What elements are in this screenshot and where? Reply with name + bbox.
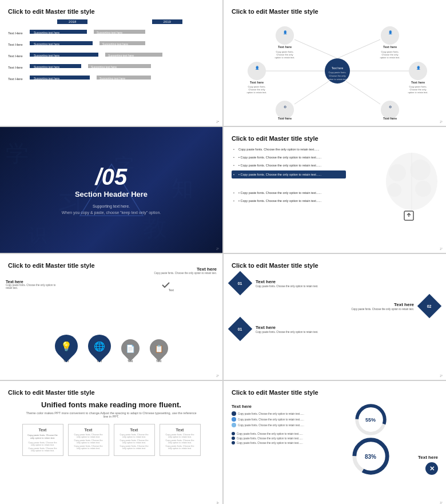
diamond-item-2-content: Text here Copy paste fonts. Choose the o… xyxy=(256,325,318,334)
diamond-item-0-content: Text here Copy paste fonts. Choose the o… xyxy=(256,279,318,288)
slide-4-title: Click to edit Master title style xyxy=(232,135,438,142)
svg-text:Supporting text here: Supporting text here xyxy=(99,77,125,80)
chart-right: Text here ✕ xyxy=(404,404,438,475)
svg-text:Copy paste fonts.: Copy paste fonts. xyxy=(328,71,346,74)
text-box-0: Text Copy paste fonts. Choose the only o… xyxy=(22,424,63,456)
slide-7: Click to edit Master title style Unified… xyxy=(0,381,222,504)
icon-node-2: 🌐 Text xyxy=(88,335,111,363)
svg-text:⚙: ⚙ xyxy=(389,105,392,109)
svg-text:Supporting text here: Supporting text here xyxy=(108,54,134,57)
svg-text:option to retain text.: option to retain text. xyxy=(274,56,294,59)
svg-text:Text Here: Text Here xyxy=(8,31,23,35)
year-2018: 2018 xyxy=(57,19,87,24)
main-text: Unified fonts make reading more fluent. xyxy=(8,400,214,409)
top-right-text: Text here Copy paste fonts. Choose the o… xyxy=(154,267,217,275)
svg-text:Text here: Text here xyxy=(278,117,292,120)
svg-text:Supporting text here: Supporting text here xyxy=(34,42,59,46)
diamond-item-1: Text here Copy paste fonts. Choose the o… xyxy=(232,297,438,315)
svg-text:Text Here: Text Here xyxy=(8,43,23,46)
slide-7-title: Click to edit Master title style xyxy=(8,389,214,396)
slide-1-bars: 2018 2019 Text Here Supporting text here… xyxy=(8,19,214,120)
svg-text:Text here: Text here xyxy=(411,81,425,84)
svg-line-30 xyxy=(294,39,337,58)
icon-node-4: 📋 Text xyxy=(150,339,168,363)
percent-55: 55% xyxy=(365,417,376,423)
slide-8: Click to edit Master title style Text he… xyxy=(224,381,446,504)
svg-text:Supporting text here: Supporting text here xyxy=(34,54,59,57)
slide-2-title: Click to edit Master title style xyxy=(232,8,438,15)
svg-text:option to retain text.: option to retain text. xyxy=(327,78,347,81)
slide-1: Click to edit Master title style 2018 20… xyxy=(0,0,222,126)
svg-text:👤: 👤 xyxy=(283,30,288,35)
hub-diagram: Text here Copy paste fonts. Choose the o… xyxy=(232,19,443,120)
slide-6-title: Click to edit Master title style xyxy=(232,262,438,269)
diamond-item-0: 01 Text here Copy paste fonts. Choose th… xyxy=(232,275,438,292)
slide-grid: Click to edit Master title style 2018 20… xyxy=(0,0,446,504)
text-box-3: Text Copy paste fonts. Choose the only o… xyxy=(160,424,201,456)
text-boxes: Text Copy paste fonts. Choose the only o… xyxy=(8,424,214,456)
chart-content: Text here Copy paste fonts. Choose the o… xyxy=(232,404,438,475)
svg-text:Text here: Text here xyxy=(250,81,264,84)
svg-point-52 xyxy=(409,62,427,80)
svg-text:⚙: ⚙ xyxy=(284,105,286,109)
svg-text:option to retain text.: option to retain text. xyxy=(408,91,428,94)
gantt-chart: Text Here Supporting text here Supportin… xyxy=(8,26,211,118)
diamond-item-1-content: Text here Copy paste fonts. Choose the o… xyxy=(351,302,414,311)
svg-text:👤: 👤 xyxy=(255,66,260,70)
slide-2: Click to edit Master title style Text he… xyxy=(224,0,446,126)
text-box-1: Text Copy paste fonts. Choose the only o… xyxy=(68,424,109,456)
list-item-2: • Copy paste fonts. Choose the only opti… xyxy=(232,162,438,168)
svg-text:Text here: Text here xyxy=(278,45,292,49)
svg-line-58 xyxy=(294,81,329,104)
slide-8-title: Click to edit Master title style xyxy=(232,389,438,396)
section-header: Section Header Here xyxy=(75,190,148,199)
list-item-3-highlighted: • Copy paste fonts. Choose the only opti… xyxy=(232,170,346,178)
percent-83: 83% xyxy=(365,453,376,459)
section-number: /05 xyxy=(95,164,128,190)
svg-text:Supporting text here: Supporting text here xyxy=(91,65,117,69)
icon-node-1: 💡 Text xyxy=(55,335,78,363)
svg-text:Supporting text here: Supporting text here xyxy=(34,65,59,69)
svg-text:option to retain text.: option to retain text. xyxy=(246,91,266,94)
check-label: Text xyxy=(169,288,174,292)
legend-2: Copy paste fonts. Choose the only option… xyxy=(232,423,337,427)
list-item-1: • Copy paste fonts. Choose the only opti… xyxy=(232,154,438,160)
svg-text:Choose the only: Choose the only xyxy=(329,74,346,77)
donut-charts: 55% 83% xyxy=(342,404,399,475)
svg-line-62 xyxy=(346,81,380,104)
svg-text:option to retain text.: option to retain text. xyxy=(380,56,400,59)
svg-line-37 xyxy=(337,39,380,58)
slide-4: Click to edit Master title style Copy pa… xyxy=(224,127,446,253)
svg-text:👤: 👤 xyxy=(416,66,421,70)
svg-text:👤: 👤 xyxy=(388,30,393,35)
additional-list: Copy paste fonts. Choose the only option… xyxy=(232,432,337,445)
slide-6: Click to edit Master title style 01 Text… xyxy=(224,254,446,380)
year-headers: 2018 2019 xyxy=(25,19,214,24)
slide-1-num: 2⁴ xyxy=(216,120,219,124)
slide-1-title: Click to edit Master title style xyxy=(8,8,214,15)
side-text: Text here Copy paste fonts. Choose the o… xyxy=(6,280,57,289)
section-supporting: Supporting text here. xyxy=(93,203,130,209)
slide-3-num: 2⁶ xyxy=(216,247,219,251)
svg-text:Text Here: Text Here xyxy=(8,66,23,69)
svg-text:Text here: Text here xyxy=(383,117,397,120)
slide-2-num: 2⁵ xyxy=(440,120,443,124)
x-icon: ✕ xyxy=(425,462,438,475)
donut-83: 83% xyxy=(352,438,389,475)
legend-1: Copy paste fonts. Choose the only option… xyxy=(232,417,337,422)
legend-0: Copy paste fonts. Choose the only option… xyxy=(232,411,337,416)
svg-point-45 xyxy=(248,62,266,80)
svg-point-38 xyxy=(381,26,399,45)
end-label: Text here xyxy=(418,455,438,460)
icon-node-3: 📄 Text xyxy=(121,339,140,363)
svg-text:Supporting text here: Supporting text here xyxy=(102,42,128,46)
svg-text:学: 学 xyxy=(6,141,29,166)
sub-text: Theme color makes PPT more convenient to… xyxy=(26,411,197,418)
donut-55: 55% xyxy=(355,404,387,435)
text-box-2: Text Copy paste fonts. Choose the only o… xyxy=(114,424,155,456)
upload-icon xyxy=(403,210,415,224)
slide-5: Click to edit Master title style Text he… xyxy=(0,254,222,380)
svg-text:Supporting text here: Supporting text here xyxy=(34,77,59,80)
svg-text:知: 知 xyxy=(172,176,193,200)
slide-8-num: 3⁷ xyxy=(440,501,443,504)
